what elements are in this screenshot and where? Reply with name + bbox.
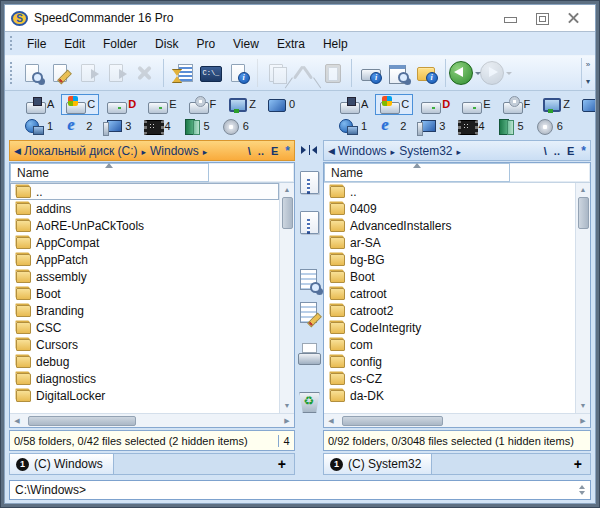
- copy-button[interactable]: [257, 59, 290, 87]
- 0409[interactable]: 0409: [324, 200, 575, 217]
- goto-root-button[interactable]: \: [248, 146, 251, 156]
- drive-c[interactable]: C: [61, 94, 99, 115]
- breadcrumb-segment[interactable]: System32: [399, 144, 465, 158]
- recycle-bin-button[interactable]: [297, 390, 321, 414]
- menu-item[interactable]: File: [18, 34, 55, 54]
- file-info-button[interactable]: [224, 59, 252, 87]
- shortcut-6-cd[interactable]: 6: [217, 116, 253, 137]
- scroll-up-icon[interactable]: ▲: [576, 183, 590, 197]
- scroll-up-icon[interactable]: ▲: [280, 183, 294, 197]
- CodeIntegrity[interactable]: CodeIntegrity: [324, 319, 575, 336]
- left-vertical-scrollbar[interactable]: ▲ ▼: [279, 183, 294, 413]
- menu-item[interactable]: View: [224, 34, 268, 54]
- move-to-folder-button[interactable]: [102, 59, 130, 87]
- goto-parent-button[interactable]: ..: [554, 146, 560, 156]
- debug[interactable]: debug: [10, 353, 279, 370]
- shortcut-5-library[interactable]: 5: [178, 116, 214, 137]
- spin-down-icon[interactable]: [579, 491, 585, 495]
- breadcrumb-segment[interactable]: Локальный диск (C:): [24, 144, 150, 158]
- toolbar-overflow-button[interactable]: » ▾: [581, 58, 594, 88]
- shortcut-0-desktop[interactable]: 0: [263, 94, 299, 115]
- forward-button[interactable]: [479, 59, 513, 87]
- drive-e[interactable]: E: [457, 94, 494, 115]
- shortcut-3-computer[interactable]: 3: [413, 116, 449, 137]
- drive-d[interactable]: D: [416, 94, 454, 115]
- right-pane-breadcrumb[interactable]: ◀ WindowsSystem32 \..Ε*: [323, 140, 591, 161]
- pack-button[interactable]: [297, 171, 321, 195]
- DigitalLocker[interactable]: DigitalLocker: [10, 387, 279, 404]
- paste-button[interactable]: [318, 59, 346, 87]
- scrollbar-thumb[interactable]: [28, 416, 136, 426]
- new-tab-button[interactable]: +: [270, 454, 294, 474]
- delete-button[interactable]: [130, 59, 158, 87]
- quick-view-button[interactable]: [18, 59, 46, 87]
- Cursors[interactable]: Cursors: [10, 336, 279, 353]
- command-prompt-button[interactable]: [196, 59, 224, 87]
- drive-a[interactable]: A: [335, 94, 372, 115]
- goto-root-button[interactable]: \: [544, 146, 547, 156]
- Boot[interactable]: Boot: [10, 285, 279, 302]
- job-list-button[interactable]: [163, 59, 196, 87]
- shortcut-2-internet[interactable]: 2: [374, 116, 410, 137]
- scrollbar-thumb[interactable]: [578, 197, 589, 229]
- scroll-down-icon[interactable]: ▼: [280, 399, 294, 413]
- command-line-spinner[interactable]: [576, 485, 590, 495]
- folder-tree-button[interactable]: Ε: [567, 146, 574, 156]
- new-tab-button[interactable]: +: [566, 454, 590, 474]
- title-bar[interactable]: S SpeedCommander 16 Pro: [5, 5, 595, 31]
- shortcut-2-internet[interactable]: 2: [60, 116, 96, 137]
- bg-BG[interactable]: bg-BG: [324, 251, 575, 268]
- goto-parent-button[interactable]: ..: [258, 146, 264, 156]
- menu-item[interactable]: Pro: [187, 34, 224, 54]
- drive-z[interactable]: Z: [537, 94, 574, 115]
- menu-item[interactable]: Help: [314, 34, 357, 54]
- shortcut-0-desktop[interactable]: 0: [577, 94, 596, 115]
- shortcut-5-library[interactable]: 5: [492, 116, 528, 137]
- AppPatch[interactable]: AppPatch: [10, 251, 279, 268]
- collapse-panes-button[interactable]: [297, 143, 321, 157]
- Boot[interactable]: Boot: [324, 268, 575, 285]
- AoRE-UnPaCkTools[interactable]: AoRE-UnPaCkTools: [10, 217, 279, 234]
- right-horizontal-scrollbar[interactable]: ◀ ▶: [324, 413, 590, 427]
- scroll-left-icon[interactable]: ◀: [10, 417, 24, 425]
- shortcut-4-memory[interactable]: 4: [138, 116, 174, 137]
- Branding[interactable]: Branding: [10, 302, 279, 319]
- shortcut-6-cd[interactable]: 6: [531, 116, 567, 137]
- AppCompat[interactable]: AppCompat: [10, 234, 279, 251]
- catroot[interactable]: catroot: [324, 285, 575, 302]
- CSC[interactable]: CSC: [10, 319, 279, 336]
- unpack-button[interactable]: [297, 211, 321, 235]
- favorites-button[interactable]: *: [581, 146, 586, 156]
- column-header-name[interactable]: Name: [324, 163, 510, 182]
- folder-search-button[interactable]: [384, 59, 412, 87]
- breadcrumb-segment[interactable]: Windows: [150, 144, 211, 158]
- menu-item[interactable]: Extra: [268, 34, 314, 54]
- left-horizontal-scrollbar[interactable]: ◀ ▶: [10, 413, 294, 427]
- drive-d[interactable]: D: [102, 94, 140, 115]
- menu-item[interactable]: Edit: [55, 34, 94, 54]
- edit-file-button[interactable]: [46, 59, 74, 87]
- toolbar-grip[interactable]: [9, 61, 15, 85]
- scrollbar-thumb[interactable]: [342, 416, 443, 426]
- drive-info-button[interactable]: [351, 59, 384, 87]
- right-vertical-scrollbar[interactable]: ▲ ▼: [575, 183, 590, 413]
- scroll-right-icon[interactable]: ▶: [280, 417, 294, 425]
- folder-tree-button[interactable]: Ε: [271, 146, 278, 156]
- ..[interactable]: ..: [324, 183, 575, 200]
- spin-up-icon[interactable]: [579, 485, 585, 489]
- shortcut-1-network[interactable]: 1: [335, 116, 371, 137]
- minimize-button[interactable]: [501, 11, 519, 25]
- scroll-right-icon[interactable]: ▶: [576, 417, 590, 425]
- breadcrumb-back-icon[interactable]: ◀: [14, 146, 21, 156]
- addins[interactable]: addins: [10, 200, 279, 217]
- menu-item[interactable]: Disk: [146, 34, 187, 54]
- scroll-left-icon[interactable]: ◀: [324, 417, 338, 425]
- drive-e[interactable]: E: [143, 94, 180, 115]
- assembly[interactable]: assembly: [10, 268, 279, 285]
- right-tab[interactable]: 1 (C) System32: [324, 454, 432, 474]
- breadcrumb-segment[interactable]: Windows: [338, 144, 399, 158]
- config[interactable]: config: [324, 353, 575, 370]
- column-header-name[interactable]: Name: [10, 163, 209, 182]
- close-button[interactable]: [565, 11, 583, 25]
- copy-to-folder-button[interactable]: [74, 59, 102, 87]
